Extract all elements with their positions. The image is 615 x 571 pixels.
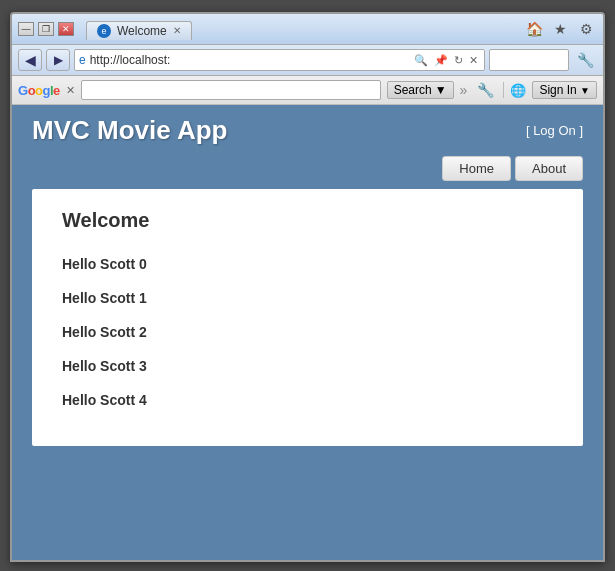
tab-label: Welcome [117, 24, 167, 38]
app-title: MVC Movie App [32, 115, 227, 146]
home-icon[interactable]: 🏠 [523, 18, 545, 40]
title-bar: — ❐ ✕ e Welcome ✕ 🏠 ★ ⚙ [12, 14, 603, 45]
close-tab-icon[interactable]: ✕ [173, 25, 181, 36]
google-search-button[interactable]: Search ▼ [387, 81, 454, 99]
toolbar-x: ✕ [66, 84, 75, 97]
google-toolbar: Google ✕ Search ▼ » 🔧 🌐 Sign In ▼ [12, 76, 603, 105]
google-search-input[interactable] [81, 80, 381, 100]
address-input-container: e 🔍 📌 ↻ ✕ [74, 49, 485, 71]
list-item: Hello Scott 1 [62, 282, 553, 314]
address-icons: 🔍 📌 ↻ ✕ [412, 54, 480, 67]
toolbar-divider [503, 82, 504, 98]
sign-in-label: Sign In [539, 83, 576, 97]
browser-window: — ❐ ✕ e Welcome ✕ 🏠 ★ ⚙ ◀ ▶ e 🔍 [10, 12, 605, 562]
toolbar-separator-icon: » [460, 82, 468, 98]
wrench-icon[interactable]: 🔧 [473, 79, 497, 101]
ie-tab-icon: e [97, 24, 111, 38]
list-item: Hello Scott 3 [62, 350, 553, 382]
google-logo: Google [18, 83, 60, 98]
favorites-icon[interactable]: ★ [549, 18, 571, 40]
forward-button[interactable]: ▶ [46, 49, 70, 71]
settings-icon[interactable]: ⚙ [575, 18, 597, 40]
toolbar-right: 🏠 ★ ⚙ [523, 18, 597, 40]
page-scrollable[interactable]: MVC Movie App [ Log On ] Home About Welc… [12, 105, 603, 560]
list-item: Hello Scott 0 [62, 248, 553, 280]
pin-icon[interactable]: 📌 [432, 54, 450, 67]
search-dropdown-icon[interactable]: ▼ [435, 83, 447, 97]
browser-tab[interactable]: e Welcome ✕ [86, 21, 192, 40]
home-nav-button[interactable]: Home [442, 156, 511, 181]
refresh-icon[interactable]: ↻ [452, 54, 465, 67]
page-content: MVC Movie App [ Log On ] Home About Welc… [12, 105, 603, 560]
close-button[interactable]: ✕ [58, 22, 74, 36]
tools-icon[interactable]: 🔧 [573, 49, 597, 71]
address-bar: ◀ ▶ e 🔍 📌 ↻ ✕ Home 🔧 [12, 45, 603, 76]
page-icon: e [79, 53, 86, 67]
browser-search-box[interactable]: Home [489, 49, 569, 71]
search-magnifier-icon[interactable]: 🔍 [412, 54, 430, 67]
sign-in-dropdown-icon: ▼ [580, 85, 590, 96]
about-nav-button[interactable]: About [515, 156, 583, 181]
browser-icon: 🌐 [510, 83, 526, 98]
log-on-link[interactable]: [ Log On ] [526, 123, 583, 138]
close-address-icon[interactable]: ✕ [467, 54, 480, 67]
search-text: Search [394, 83, 432, 97]
list-item: Hello Scott 2 [62, 316, 553, 348]
welcome-heading: Welcome [62, 209, 553, 232]
mvc-header: MVC Movie App [ Log On ] [12, 105, 603, 156]
list-item: Hello Scott 4 [62, 384, 553, 416]
sign-in-button[interactable]: Sign In ▼ [532, 81, 597, 99]
minimize-button[interactable]: — [18, 22, 34, 36]
address-input[interactable] [90, 53, 412, 67]
nav-buttons: Home About [12, 156, 603, 189]
content-box: Welcome Hello Scott 0 Hello Scott 1 Hell… [32, 189, 583, 446]
restore-button[interactable]: ❐ [38, 22, 54, 36]
title-bar-left: — ❐ ✕ e Welcome ✕ [18, 19, 192, 40]
back-button[interactable]: ◀ [18, 49, 42, 71]
